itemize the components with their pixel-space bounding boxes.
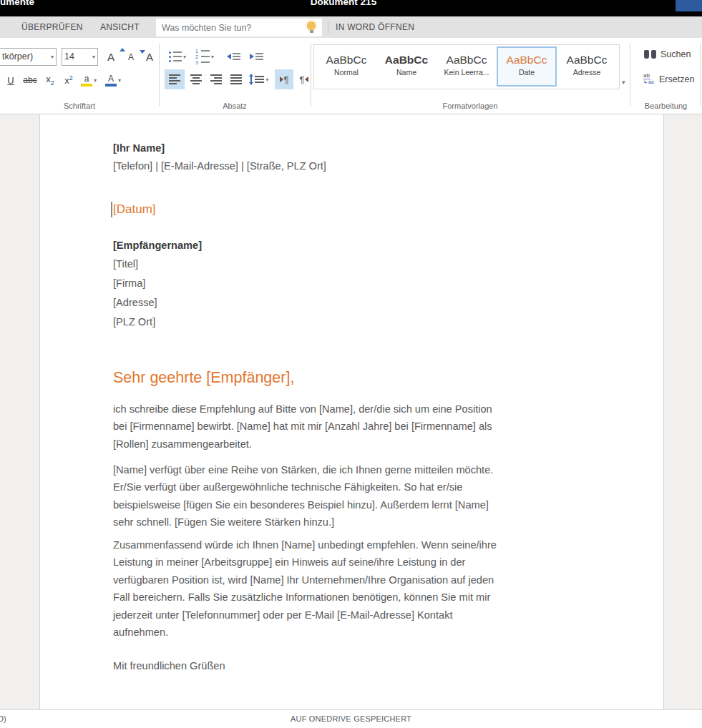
chevron-down-icon xyxy=(51,49,54,65)
style-sample: AaBbCc xyxy=(438,53,495,67)
ltr-text-direction-button[interactable] xyxy=(275,69,293,89)
clear-formatting-button[interactable]: A xyxy=(140,48,159,66)
editing-group-label: Bearbeitung xyxy=(630,102,702,110)
find-label: Suchen xyxy=(660,49,691,59)
decrease-indent-icon xyxy=(227,53,240,60)
align-center-button[interactable] xyxy=(186,69,206,89)
shrink-font-icon: A xyxy=(128,52,134,62)
font-size-value: 14 xyxy=(64,51,74,62)
recipient-city-placeholder[interactable]: [PLZ Ort] xyxy=(113,316,155,328)
tab-ueberpruefen[interactable]: ÜBERPRÜFEN xyxy=(21,16,83,38)
numbered-list-icon xyxy=(195,49,210,64)
clear-formatting-icon: A xyxy=(146,51,153,63)
style-date[interactable]: AaBbCc Date xyxy=(497,46,557,87)
styles-gallery-more-button[interactable] xyxy=(622,79,625,86)
subscript-icon: x2 xyxy=(46,74,54,87)
open-in-word-button[interactable]: IN WORD ÖFFNEN xyxy=(336,16,414,38)
search-input[interactable] xyxy=(156,19,303,36)
align-left-button[interactable] xyxy=(165,69,185,89)
chevron-down-icon xyxy=(183,54,186,60)
superscript-icon: x2 xyxy=(64,74,73,86)
line-spacing-button[interactable] xyxy=(246,69,272,89)
grow-font-icon: A xyxy=(107,51,114,63)
chevron-down-icon xyxy=(118,77,121,84)
group-divider xyxy=(700,44,701,107)
date-placeholder[interactable]: [Datum] xyxy=(113,202,156,217)
style-sample: AaBbCc xyxy=(558,53,615,67)
align-left-icon xyxy=(169,74,180,84)
underline-button[interactable]: U xyxy=(3,71,19,89)
find-button[interactable]: Suchen xyxy=(644,49,691,59)
style-label: Kein Leerra... xyxy=(438,68,495,77)
style-name[interactable]: AaBbCc Name xyxy=(376,46,437,87)
text-highlight-button[interactable]: a xyxy=(77,71,100,89)
status-bar: D) AUF ONEDRIVE GESPEICHERT xyxy=(0,709,702,728)
style-label: Date xyxy=(498,68,555,77)
salutation-heading[interactable]: Sehr geehrte [Empfänger], xyxy=(113,369,294,387)
closing-line[interactable]: Mit freundlichen Grüßen xyxy=(113,660,225,672)
chevron-down-icon xyxy=(94,77,97,84)
document-title: Dokument 215 xyxy=(0,0,687,7)
recipient-address-placeholder[interactable]: [Adresse] xyxy=(113,297,157,308)
style-label: Adresse xyxy=(558,68,615,77)
recipient-company-placeholder[interactable]: [Firma] xyxy=(113,277,145,289)
bullet-list-button[interactable] xyxy=(166,48,189,65)
title-bar: umente Dokument 215 xyxy=(0,0,702,16)
body-paragraph-1[interactable]: ich schreibe diese Empfehlung auf Bitte … xyxy=(113,400,571,453)
justify-button[interactable] xyxy=(226,69,246,89)
group-divider xyxy=(311,44,311,107)
increase-indent-button[interactable] xyxy=(246,48,266,65)
align-center-icon xyxy=(190,74,202,84)
style-kein-leerraum[interactable]: AaBbCc Kein Leerra... xyxy=(437,46,497,87)
numbered-list-button[interactable] xyxy=(193,48,216,65)
tab-ansicht[interactable]: ANSICHT xyxy=(100,16,140,38)
replace-button[interactable]: ab ac Ersetzen xyxy=(643,73,694,85)
recipient-title-placeholder[interactable]: [Titel] xyxy=(113,258,138,270)
superscript-button[interactable]: x2 xyxy=(60,71,77,89)
align-right-icon xyxy=(210,74,222,84)
account-badge[interactable] xyxy=(676,0,702,11)
tell-me-search-box[interactable] xyxy=(156,19,322,36)
binoculars-icon xyxy=(644,50,656,59)
font-color-button[interactable]: A xyxy=(102,71,125,89)
style-sample: AaBbCc xyxy=(318,53,375,67)
body-paragraph-2[interactable]: [Name] verfügt über eine Reihe von Stärk… xyxy=(113,461,571,531)
text-cursor xyxy=(111,202,112,217)
shrink-font-button[interactable]: A xyxy=(122,48,140,66)
style-sample: AaBbCc xyxy=(378,53,435,67)
word-online-app: umente Dokument 215 ÜBERPRÜFEN ANSICHT I… xyxy=(0,0,702,728)
body-paragraph-3[interactable]: Zusammenfassend würde ich Ihnen [Name] u… xyxy=(113,536,571,641)
document-page[interactable]: [Ihr Name] [Telefon] | [E-Mail-Adresse] … xyxy=(39,114,664,709)
recipient-name-placeholder[interactable]: [Empfängername] xyxy=(113,240,202,251)
ribbon-tab-strip: ÜBERPRÜFEN ANSICHT IN WORD ÖFFNEN xyxy=(0,16,702,38)
font-size-combo[interactable]: 14 xyxy=(62,48,98,66)
font-color-icon: A xyxy=(105,74,117,87)
group-divider xyxy=(630,44,630,107)
ltr-triangle-icon xyxy=(280,77,283,82)
font-name-combo[interactable]: tkörper) xyxy=(0,48,57,66)
group-divider xyxy=(159,44,160,107)
tabstrip-divider xyxy=(328,21,328,34)
ribbon: tkörper) 14 A A A U abc x2 x2 a xyxy=(0,38,702,114)
sender-name-placeholder[interactable]: [Ihr Name] xyxy=(113,142,165,154)
font-group-label: Schriftart xyxy=(0,102,159,110)
pilcrow-icon xyxy=(284,73,289,86)
highlight-icon: a xyxy=(81,74,92,87)
font-name-value: tkörper) xyxy=(2,51,33,62)
subscript-button[interactable]: x2 xyxy=(42,71,59,89)
sender-contact-line[interactable]: [Telefon] | [E-Mail-Adresse] | [Straße, … xyxy=(113,160,326,172)
style-adresse[interactable]: AaBbCc Adresse xyxy=(557,46,617,87)
grow-font-button[interactable]: A xyxy=(102,48,120,66)
align-right-button[interactable] xyxy=(206,69,226,89)
style-normal[interactable]: AaBbCc Normal xyxy=(316,46,376,87)
pilcrow-icon xyxy=(300,73,305,86)
chevron-down-icon xyxy=(92,49,95,65)
bullet-list-icon xyxy=(169,51,182,62)
saved-status: AUF ONEDRIVE GESPEICHERT xyxy=(0,710,702,728)
underline-icon: U xyxy=(7,75,14,86)
decrease-indent-button[interactable] xyxy=(223,48,243,65)
line-spacing-icon xyxy=(249,74,264,84)
strikethrough-button[interactable]: abc xyxy=(20,71,40,89)
style-label: Name xyxy=(378,68,435,77)
chevron-down-icon xyxy=(211,54,214,60)
